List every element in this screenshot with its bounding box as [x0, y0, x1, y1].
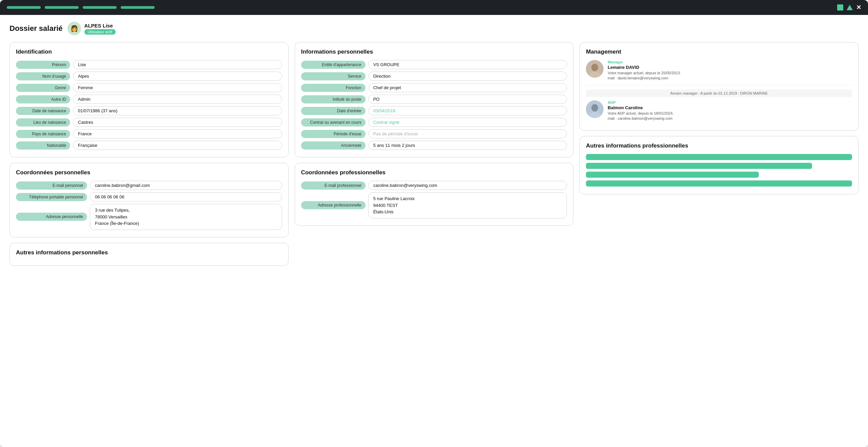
management-title: Management [586, 48, 852, 55]
field-row: Adresse personnelle3 rue des Tulipes, 78… [16, 204, 282, 230]
field-label: Service [301, 72, 366, 80]
page-content: Dossier salarié 👩 ALPES Lise Utilisateur… [0, 15, 868, 273]
field-row: GenreFemme [16, 83, 282, 92]
page-title: Dossier salarié [9, 24, 63, 33]
manager-name: Lemaire DAVID [608, 65, 852, 70]
field-label: Entité d'appartenance [301, 61, 366, 69]
field-row: Lieu de naissanceCastres [16, 118, 282, 127]
field-value: Chef de projet [368, 83, 567, 92]
info-bar-2 [586, 163, 812, 169]
maximize-icon[interactable] [847, 5, 853, 10]
autres-info-professionnelles-card: Autres informations professionnelles [579, 136, 859, 194]
field-row: Adresse professionnelle5 rue Pauline Lac… [301, 192, 567, 218]
field-row: Entité d'appartenanceVS GROUPE [301, 60, 567, 69]
user-badge: Utilisateur actif [84, 29, 116, 35]
field-label: Lieu de naissance [16, 118, 70, 127]
identification-title: Identification [16, 48, 282, 55]
field-row: Date de naissance01/07/1986 (37 ans) [16, 106, 282, 115]
titlebar: ✕ [0, 0, 868, 15]
autres-info-professionnelles-title: Autres informations professionnelles [586, 142, 852, 149]
titlebar-tab-2[interactable] [45, 6, 79, 9]
adp-role: ADP [608, 100, 852, 104]
info-bar-1 [586, 154, 852, 160]
field-value: Pas de période d'essai [368, 129, 567, 138]
informations-personnelles-fields: Entité d'appartenanceVS GROUPEServiceDir… [301, 60, 567, 150]
field-label: Période d'essai [301, 130, 366, 138]
management-content: Manager Lemaire DAVID Votre manager actu… [586, 60, 852, 125]
right-column: Management Manager Lemaire DAVID Votre m… [579, 42, 859, 194]
field-value: Femme [73, 83, 282, 92]
field-row: E-mail professionnelcaroline.babron@very… [301, 181, 567, 190]
field-value: France [73, 129, 282, 138]
field-value: 5 ans 11 mois 2 jours [368, 141, 567, 150]
field-value: 03/04/2018 [368, 106, 567, 115]
coordonnees-professionnelles-fields: E-mail professionnelcaroline.babron@very… [301, 181, 567, 218]
titlebar-tab-3[interactable] [83, 6, 117, 9]
adp-entry: ADP Balmon Caroline Votre ADP actuel, de… [586, 100, 852, 125]
titlebar-tabs [7, 6, 155, 9]
field-value: Direction [368, 72, 567, 81]
titlebar-tab-1[interactable] [7, 6, 41, 9]
field-label: Date d'entrée [301, 107, 366, 115]
field-row: E-mail personnelcaroline.babron@gmail.co… [16, 181, 282, 190]
field-row: Contrat ou avenant en coursContrat signé [301, 118, 567, 127]
field-value: caroline.babron@gmail.com [90, 181, 282, 190]
minimize-icon[interactable] [837, 4, 843, 11]
field-value: Alpes [73, 72, 282, 81]
coordonnees-personnelles-fields: E-mail personnelcaroline.babron@gmail.co… [16, 181, 282, 230]
svg-point-4 [591, 104, 598, 112]
manager-role: Manager [608, 60, 852, 64]
field-row: Téléphone portable personnel06 06 06 06 … [16, 192, 282, 201]
info-bar-4 [586, 180, 852, 187]
field-label: Adresse personnelle [16, 213, 87, 221]
field-label: Nationalité [16, 141, 70, 150]
adp-desc: Votre ADP actuel, depuis le 18/01/2024.m… [608, 111, 852, 121]
field-label: Ancienneté [301, 141, 366, 150]
info-bar-3 [586, 172, 759, 178]
field-label: Prénom [16, 61, 70, 69]
field-row: Ancienneté5 ans 11 mois 2 jours [301, 141, 567, 150]
field-row: Autre IDAdmin [16, 95, 282, 104]
manager-info: Manager Lemaire DAVID Votre manager actu… [608, 60, 852, 81]
old-manager-notice: Ancien manager : A partir du 01.12.2019 … [586, 90, 852, 97]
identification-fields: PrénomLiseNom d'usageAlpesGenreFemmeAutr… [16, 60, 282, 150]
page-header: Dossier salarié 👩 ALPES Lise Utilisateur… [9, 22, 859, 35]
identification-card: Identification PrénomLiseNom d'usageAlpe… [9, 42, 289, 157]
field-row: ServiceDirection [301, 72, 567, 81]
adp-avatar [586, 100, 604, 118]
coordonnees-personnelles-card: Coordonnées personnelles E-mail personne… [9, 163, 289, 237]
coordonnees-professionnelles-card: Coordonnées professionnelles E-mail prof… [295, 163, 574, 226]
field-value: 06 06 06 06 06 [90, 192, 282, 201]
field-value: 5 rue Pauline Lacroix 94400 TEST États-U… [368, 192, 567, 218]
field-label: Pays de naissance [16, 130, 70, 138]
user-details: ALPES Lise Utilisateur actif [84, 23, 116, 35]
field-row: Date d'entrée03/04/2018 [301, 106, 567, 115]
svg-point-1 [591, 64, 598, 71]
management-card: Management Manager Lemaire DAVID Votre m… [579, 42, 859, 131]
field-label: Autre ID [16, 95, 70, 103]
titlebar-tab-4[interactable] [121, 6, 155, 9]
field-value: caroline.babron@veryswing.com [368, 181, 567, 190]
field-value: Castres [73, 118, 282, 127]
field-row: FonctionChef de projet [301, 83, 567, 92]
window: ✕ Dossier salarié 👩 ALPES Lise Utilisate… [0, 0, 868, 447]
close-icon[interactable]: ✕ [856, 4, 861, 11]
field-row: NationalitéFrançaise [16, 141, 282, 150]
field-value: Lise [73, 60, 282, 69]
field-label: E-mail professionnel [301, 181, 366, 190]
informations-personnelles-title: Informations personnelles [301, 48, 567, 55]
main-grid: Identification PrénomLiseNom d'usageAlpe… [9, 42, 859, 266]
manager-avatar [586, 60, 604, 78]
manager-desc: Votre manager actuel, depuis le 25/05/20… [608, 71, 852, 81]
field-value: 3 rue des Tulipes, 78000 Versailles Fran… [90, 204, 282, 230]
field-value: 01/07/1986 (37 ans) [73, 106, 282, 115]
field-row: Pays de naissanceFrance [16, 129, 282, 138]
coordonnees-personnelles-title: Coordonnées personnelles [16, 169, 282, 176]
field-row: Nom d'usageAlpes [16, 72, 282, 81]
field-label: Genre [16, 84, 70, 92]
avatar: 👩 [67, 22, 81, 35]
field-value: Française [73, 141, 282, 150]
field-label: Fonction [301, 84, 366, 92]
informations-personnelles-card: Informations personnelles Entité d'appar… [295, 42, 574, 157]
field-label: Intitulé du poste [301, 95, 366, 103]
